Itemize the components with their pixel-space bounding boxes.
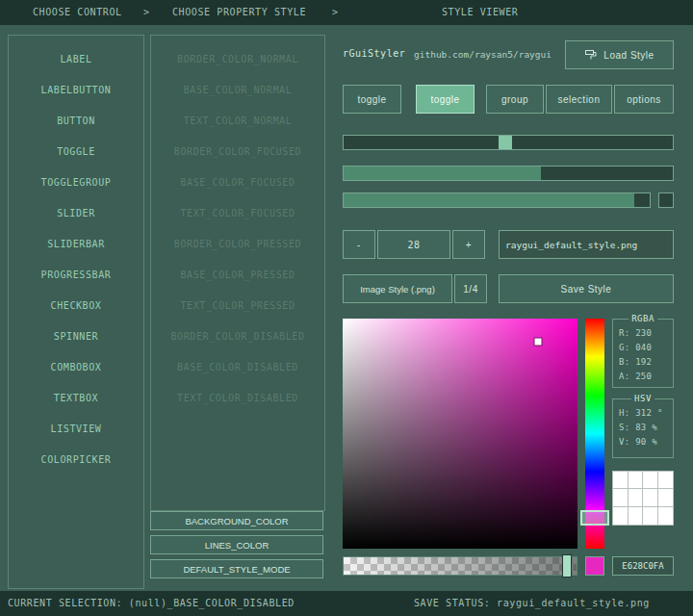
background-color-button[interactable]: BACKGROUND_COLOR bbox=[150, 511, 323, 530]
rguistyler-app: CHOOSE CONTROL > CHOOSE PROPERTY STYLE >… bbox=[0, 0, 693, 616]
progressbar-fill bbox=[344, 193, 634, 207]
spinner-decrement-button[interactable]: - bbox=[343, 230, 375, 259]
slider-handle[interactable] bbox=[499, 136, 512, 149]
spinner-increment-button[interactable]: + bbox=[452, 230, 485, 259]
palette-cell[interactable] bbox=[643, 472, 658, 489]
hex-value-input[interactable]: E628C0FA bbox=[612, 556, 674, 576]
palette-cell[interactable] bbox=[613, 489, 629, 506]
hsv-s-value: S: 83 % bbox=[613, 421, 673, 435]
toggle-option-3[interactable]: group bbox=[486, 85, 544, 114]
controls-list-item[interactable]: LABEL bbox=[9, 44, 143, 75]
lines-color-button[interactable]: LINES_COLOR bbox=[150, 535, 323, 554]
alpha-handle[interactable] bbox=[562, 554, 572, 578]
properties-list-item[interactable]: BASE_COLOR_DISABLED bbox=[151, 352, 324, 383]
controls-list-item[interactable]: SLIDERBAR bbox=[9, 229, 143, 260]
default-style-mode-button[interactable]: DEFAULT_STYLE_MODE bbox=[150, 559, 323, 578]
toggle-option-5[interactable]: options bbox=[614, 85, 674, 114]
palette-cell[interactable] bbox=[643, 489, 658, 506]
properties-list-item[interactable]: TEXT_COLOR_NORMAL bbox=[151, 106, 324, 137]
toggle-option-4[interactable]: selection bbox=[546, 85, 612, 114]
load-style-label: Load Style bbox=[603, 50, 654, 61]
color-saturation-value-panel[interactable] bbox=[343, 319, 578, 549]
controls-list-item[interactable]: COMBOBOX bbox=[9, 352, 143, 383]
hsv-groupbox: HSV H: 312 ° S: 83 % V: 90 % bbox=[612, 398, 674, 458]
rgba-r-value: R: 230 bbox=[613, 326, 673, 341]
toggle-option-2[interactable]: toggle bbox=[416, 85, 475, 114]
rgba-g-value: G: 040 bbox=[613, 341, 673, 355]
hsv-title: HSV bbox=[631, 394, 654, 403]
properties-list-item[interactable]: BASE_COLOR_FOCUSED bbox=[151, 167, 324, 198]
chevron-right-icon: > bbox=[332, 0, 339, 25]
picked-color-swatch bbox=[585, 556, 604, 576]
controls-list-item[interactable]: TOGGLE bbox=[9, 137, 143, 167]
chevron-right-icon: > bbox=[143, 0, 150, 25]
controls-list-item[interactable]: CHECKBOX bbox=[9, 291, 143, 321]
load-style-button[interactable]: Load Style bbox=[565, 40, 674, 69]
hue-bar[interactable] bbox=[585, 319, 604, 549]
paint-roller-icon bbox=[584, 48, 598, 62]
page-indicator-button[interactable]: 1/4 bbox=[454, 274, 487, 303]
breadcrumb-style-viewer: STYLE VIEWER bbox=[442, 0, 518, 25]
breadcrumb-choose-control: CHOOSE CONTROL bbox=[33, 0, 122, 25]
properties-list-item[interactable]: TEXT_COLOR_FOCUSED bbox=[151, 198, 324, 229]
palette-cell[interactable] bbox=[613, 507, 629, 525]
hsv-v-value: V: 90 % bbox=[613, 435, 673, 449]
save-status: SAVE STATUS: raygui_default_style.png bbox=[414, 591, 650, 616]
palette-cell[interactable] bbox=[658, 507, 674, 525]
properties-list: BORDER_COLOR_NORMAL BASE_COLOR_NORMAL TE… bbox=[150, 35, 325, 511]
properties-list-item[interactable]: BASE_COLOR_PRESSED bbox=[151, 260, 324, 291]
sliderbar-fill bbox=[344, 167, 541, 180]
palette-cell[interactable] bbox=[613, 472, 629, 489]
demo-progressbar bbox=[343, 192, 651, 208]
properties-list-item[interactable]: TEXT_COLOR_DISABLED bbox=[151, 383, 324, 414]
toggle-option-1[interactable]: toggle bbox=[343, 85, 401, 114]
github-link[interactable]: github.com/raysan5/raygui bbox=[414, 49, 552, 60]
palette-cell[interactable] bbox=[629, 507, 644, 525]
controls-list-item[interactable]: PROGRESSBAR bbox=[9, 260, 143, 291]
palette-cell[interactable] bbox=[629, 472, 644, 489]
demo-sliderbar[interactable] bbox=[343, 166, 674, 181]
breadcrumb-choose-property-style: CHOOSE PROPERTY STYLE bbox=[172, 0, 306, 25]
rgba-b-value: B: 192 bbox=[613, 355, 673, 370]
properties-list-item[interactable]: BORDER_COLOR_NORMAL bbox=[151, 44, 324, 75]
properties-list-item[interactable]: BORDER_COLOR_PRESSED bbox=[151, 229, 324, 260]
palette-cell[interactable] bbox=[658, 472, 674, 489]
hsv-h-value: H: 312 ° bbox=[613, 406, 673, 421]
palette-cell[interactable] bbox=[629, 489, 644, 506]
rgba-a-value: A: 250 bbox=[613, 370, 673, 384]
save-style-button[interactable]: Save Style bbox=[499, 274, 674, 303]
rgba-groupbox: RGBA R: 230 G: 040 B: 192 A: 250 bbox=[612, 319, 674, 388]
controls-list-item[interactable]: SLIDER bbox=[9, 198, 143, 229]
controls-list-item[interactable]: TOGGLEGROUP bbox=[9, 167, 143, 198]
properties-list-item[interactable]: BASE_COLOR_NORMAL bbox=[151, 75, 324, 106]
controls-list-item[interactable]: LABELBUTTON bbox=[9, 75, 143, 106]
hue-handle[interactable] bbox=[580, 510, 609, 526]
app-name-label: rGuiStyler bbox=[343, 48, 405, 59]
alpha-slider[interactable] bbox=[343, 556, 578, 576]
controls-list-item[interactable]: SPINNER bbox=[9, 321, 143, 352]
controls-list-item[interactable]: COLORPICKER bbox=[9, 445, 143, 475]
controls-list: LABEL LABELBUTTON BUTTON TOGGLE TOGGLEGR… bbox=[8, 35, 144, 589]
demo-slider[interactable] bbox=[343, 135, 674, 150]
filename-input[interactable]: raygui_default_style.png bbox=[499, 230, 674, 259]
color-palette-grid bbox=[612, 471, 674, 526]
properties-list-item[interactable]: BORDER_COLOR_FOCUSED bbox=[151, 137, 324, 167]
properties-list-item[interactable]: BORDER_COLOR_DISABLED bbox=[151, 321, 324, 352]
controls-list-item[interactable]: LISTVIEW bbox=[9, 414, 143, 445]
demo-checkbox[interactable] bbox=[658, 192, 674, 208]
palette-cell[interactable] bbox=[643, 507, 658, 525]
palette-cell[interactable] bbox=[658, 489, 674, 506]
status-bar: CURRENT SELECTION: (null)_BASE_COLOR_DIS… bbox=[0, 591, 693, 616]
color-selection-marker[interactable] bbox=[534, 338, 541, 345]
current-selection-status: CURRENT SELECTION: (null)_BASE_COLOR_DIS… bbox=[8, 591, 295, 616]
controls-list-item[interactable]: TEXTBOX bbox=[9, 383, 143, 414]
controls-list-item[interactable]: BUTTON bbox=[9, 106, 143, 137]
spinner-value-box[interactable]: 28 bbox=[377, 230, 450, 259]
properties-list-item[interactable]: TEXT_COLOR_PRESSED bbox=[151, 291, 324, 321]
top-bar: CHOOSE CONTROL > CHOOSE PROPERTY STYLE >… bbox=[0, 0, 693, 25]
image-style-button[interactable]: Image Style (.png) bbox=[343, 274, 452, 303]
rgba-title: RGBA bbox=[629, 314, 657, 323]
